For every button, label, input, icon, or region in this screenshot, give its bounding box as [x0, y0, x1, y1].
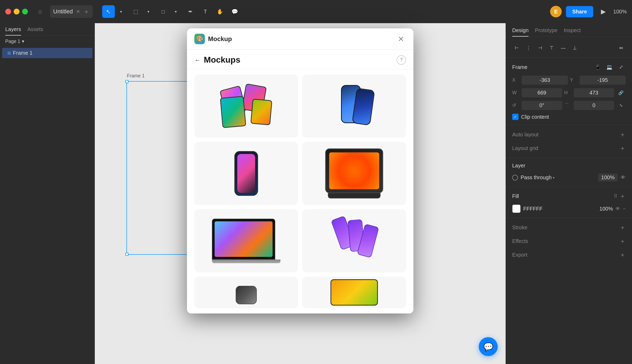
- play-button[interactable]: ▶: [598, 6, 609, 17]
- comment-tool[interactable]: 💬: [229, 5, 241, 18]
- export-add-icon[interactable]: ＋: [619, 251, 626, 259]
- fill-add-icon[interactable]: ＋: [619, 192, 626, 200]
- mockup-card-ipad-yellow[interactable]: [302, 277, 406, 308]
- mockup-card-iphone-dark[interactable]: [194, 142, 298, 205]
- pen-tool[interactable]: ✒: [184, 5, 197, 18]
- macbook-display: [215, 221, 273, 257]
- layout-grid-row: Layout grid ＋: [506, 141, 632, 155]
- modal-close-icon[interactable]: ✕: [396, 34, 406, 44]
- device-preview-8: [302, 277, 406, 308]
- blend-mode-circle: [512, 175, 518, 181]
- right-panel-tabs: Design Prototype Inspect: [506, 27, 632, 37]
- stroke-row: Stroke ＋: [506, 221, 632, 234]
- shape-tool-chevron[interactable]: ▾: [170, 5, 182, 18]
- hand-tool[interactable]: ✋: [214, 5, 226, 18]
- shape-tool[interactable]: □: [157, 5, 170, 18]
- tab-prototype[interactable]: Prototype: [535, 27, 557, 37]
- mockup-card-fold[interactable]: [194, 277, 298, 308]
- align-center-v-icon[interactable]: ―: [559, 43, 568, 53]
- layout-grid-add-icon[interactable]: ＋: [619, 144, 626, 152]
- tab-inspect[interactable]: Inspect: [564, 27, 581, 37]
- align-left-icon[interactable]: ⊢: [512, 43, 522, 53]
- stroke-add-icon[interactable]: ＋: [619, 223, 626, 232]
- select-tool-chevron[interactable]: ▾: [115, 5, 127, 18]
- h-label: H: [564, 90, 572, 96]
- device-preview-1: [194, 74, 298, 138]
- opacity-value[interactable]: 100%: [598, 173, 618, 182]
- w-value[interactable]: 669: [522, 88, 562, 97]
- close-button[interactable]: [5, 9, 11, 14]
- distribute-h-icon[interactable]: ⇔: [616, 43, 626, 53]
- stroke-label: Stroke: [512, 225, 527, 231]
- zoom-level[interactable]: 100%: [613, 9, 627, 15]
- fullscreen-icon[interactable]: ⤡: [616, 101, 626, 110]
- lock-ratio-icon[interactable]: 🔗: [616, 88, 626, 97]
- frame-tablet-icon[interactable]: 💻: [605, 62, 614, 72]
- page-name: Page 1: [5, 39, 20, 44]
- mockup-card-iphone-blue[interactable]: [302, 74, 406, 138]
- align-right-icon[interactable]: ⊣: [535, 43, 545, 53]
- minimize-button[interactable]: [14, 9, 19, 14]
- home-icon[interactable]: ⌂: [34, 6, 46, 17]
- help-icon[interactable]: ?: [397, 55, 406, 65]
- traffic-lights: [5, 9, 28, 14]
- fill-visibility-icon[interactable]: 👁: [615, 206, 620, 212]
- mockup-card-ipad-colorful[interactable]: [194, 74, 298, 138]
- text-tool[interactable]: T: [199, 5, 212, 18]
- frame-handle-bl[interactable]: [125, 253, 129, 256]
- fill-remove-icon[interactable]: −: [623, 206, 626, 212]
- mockup-card-ipad-pro[interactable]: [302, 142, 406, 205]
- auto-layout-add-icon[interactable]: ＋: [619, 130, 626, 139]
- h-value[interactable]: 473: [574, 88, 614, 97]
- mockup-card-purple-phones[interactable]: [302, 209, 406, 272]
- tab-add-icon[interactable]: ＋: [83, 7, 90, 16]
- auto-layout-row: Auto layout ＋: [506, 128, 632, 141]
- ipad-stand: [325, 148, 383, 193]
- corner-value[interactable]: 0: [574, 101, 614, 110]
- fill-color-swatch[interactable]: [512, 205, 521, 213]
- fill-hex-value[interactable]: FFFFFF: [523, 206, 592, 212]
- frame-tool-chevron[interactable]: ▾: [142, 5, 155, 18]
- layer-item-frame[interactable]: ⊞ Frame 1: [2, 48, 92, 58]
- pass-through-dropdown[interactable]: Pass through ▾: [521, 174, 555, 181]
- frame-resize-icon[interactable]: ⤢: [616, 62, 626, 72]
- device-4: [250, 99, 272, 125]
- tab-assets[interactable]: Assets: [27, 26, 43, 36]
- frame-layer-label: Frame 1: [13, 50, 32, 56]
- modal-nav-left: ← Mockups: [194, 55, 240, 65]
- fill-grid-icon[interactable]: ⠿: [614, 193, 617, 199]
- auto-layout-label: Auto layout: [512, 132, 539, 138]
- align-bottom-icon[interactable]: ⊥: [570, 43, 580, 53]
- corner-label: ⌒: [564, 102, 572, 108]
- tab-close-icon[interactable]: ✕: [76, 9, 80, 14]
- effects-add-icon[interactable]: ＋: [619, 237, 626, 245]
- avatar[interactable]: E: [550, 6, 562, 17]
- mockup-modal[interactable]: 🎨 Mockup ✕ ← Mockups ?: [187, 28, 413, 313]
- frame-handle-tl[interactable]: [125, 80, 129, 83]
- align-top-icon[interactable]: ⊤: [547, 43, 556, 53]
- xy-row: X -363 Y -195: [506, 74, 632, 86]
- fill-opacity-value[interactable]: 100%: [594, 206, 613, 212]
- maximize-button[interactable]: [22, 9, 28, 14]
- back-arrow-icon[interactable]: ←: [194, 56, 201, 64]
- x-value[interactable]: -363: [522, 76, 568, 85]
- select-tool[interactable]: ↖: [102, 5, 115, 18]
- rotation-value[interactable]: 0°: [522, 101, 562, 110]
- clip-content-row[interactable]: ✓ Clip content: [506, 112, 632, 122]
- tab-layers[interactable]: Layers: [5, 26, 21, 36]
- rotation-label: ↺: [512, 102, 520, 108]
- visibility-icon[interactable]: 👁: [620, 174, 626, 181]
- frame-tool[interactable]: ⬚: [130, 5, 142, 18]
- y-value[interactable]: -195: [580, 76, 626, 85]
- page-selector[interactable]: Page 1 ▾: [0, 36, 95, 47]
- frame-phone-icon[interactable]: 📱: [593, 62, 603, 72]
- macbook-base: [212, 260, 280, 263]
- mockup-card-macbook[interactable]: [194, 209, 298, 272]
- align-center-h-icon[interactable]: ⋮: [524, 43, 533, 53]
- clip-content-checkbox[interactable]: ✓: [512, 114, 519, 120]
- tab-design[interactable]: Design: [512, 27, 529, 37]
- align-row: ⊢ ⋮ ⊣ ⊤ ― ⊥ ⇔: [506, 41, 632, 55]
- modal-title: Mockup: [208, 35, 232, 43]
- share-button[interactable]: Share: [566, 6, 593, 17]
- macbook-device: [212, 219, 280, 263]
